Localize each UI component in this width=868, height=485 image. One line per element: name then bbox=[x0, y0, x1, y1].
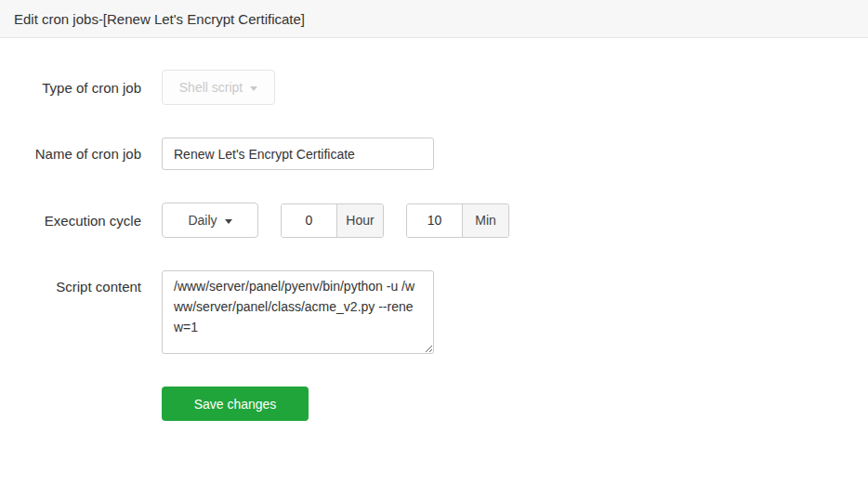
execution-cycle-label: Execution cycle bbox=[0, 213, 141, 229]
type-of-cron-job-label: Type of cron job bbox=[0, 80, 141, 96]
cycle-period-value: Daily bbox=[188, 213, 217, 228]
form-row-cycle: Execution cycle Daily Hour Min bbox=[0, 203, 868, 238]
form-row-type: Type of cron job Shell script bbox=[0, 70, 868, 105]
dialog-title: Edit cron jobs-[Renew Let's Encrypt Cert… bbox=[14, 11, 305, 27]
caret-down-icon bbox=[250, 86, 257, 91]
cron-type-value: Shell script bbox=[179, 80, 243, 95]
dialog-header: Edit cron jobs-[Renew Let's Encrypt Cert… bbox=[0, 0, 868, 38]
script-content-textarea[interactable]: /www/server/panel/pyenv/bin/python -u /w… bbox=[162, 270, 434, 354]
cron-type-dropdown: Shell script bbox=[162, 70, 275, 105]
minute-input-group: Min bbox=[406, 203, 509, 238]
name-of-cron-job-label: Name of cron job bbox=[0, 146, 141, 162]
minute-input[interactable] bbox=[407, 204, 462, 237]
form-row-script: Script content /www/server/panel/pyenv/b… bbox=[0, 270, 868, 354]
cron-edit-form: Type of cron job Shell script Name of cr… bbox=[0, 38, 868, 421]
script-content-label: Script content bbox=[0, 270, 141, 295]
hour-input-group: Hour bbox=[281, 203, 384, 238]
cycle-period-dropdown[interactable]: Daily bbox=[162, 203, 258, 238]
hour-input[interactable] bbox=[282, 204, 336, 237]
cron-name-input[interactable] bbox=[162, 138, 434, 170]
hour-unit-label: Hour bbox=[336, 204, 383, 237]
caret-down-icon bbox=[225, 219, 232, 224]
form-row-actions: Save changes bbox=[0, 387, 868, 421]
save-changes-button[interactable]: Save changes bbox=[162, 387, 309, 421]
form-row-name: Name of cron job bbox=[0, 138, 868, 170]
minute-unit-label: Min bbox=[462, 204, 508, 237]
